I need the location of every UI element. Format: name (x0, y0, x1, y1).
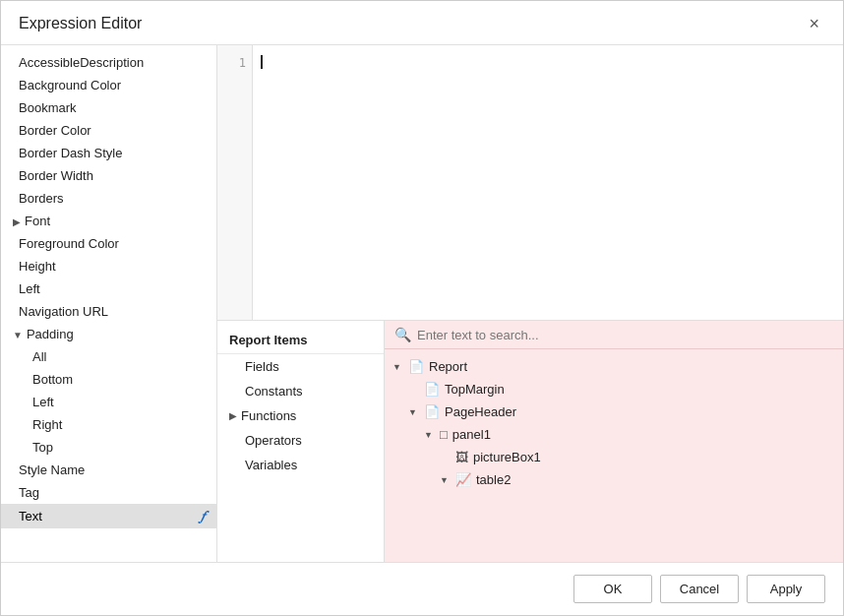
property-label-style-name: Style Name (19, 462, 85, 477)
main-area: 1 Report Items FieldsConstants▶ Function… (217, 45, 843, 562)
property-label-foreground-color: Foreground Color (19, 236, 119, 251)
tree-label-table2: table2 (476, 472, 511, 487)
search-input[interactable] (417, 328, 833, 342)
property-item-accessible-description[interactable]: AccessibleDescription (1, 51, 216, 74)
property-label-height: Height (19, 259, 56, 274)
report-items-header: Report Items (217, 327, 384, 354)
right-tree-panel: 🔍 ▼📄Report📄TopMargin▼📄PageHeader▼□panel1… (385, 321, 843, 562)
expand-arrow-functions: ▶ (229, 410, 237, 421)
tree-arrow-page-header: ▼ (408, 407, 420, 417)
property-label-tag: Tag (19, 485, 39, 500)
property-item-borders[interactable]: Borders (1, 187, 216, 210)
property-label-accessible-description: AccessibleDescription (19, 55, 144, 70)
tree-label-report: Report (429, 359, 467, 374)
property-label-border-color: Border Color (19, 123, 91, 138)
apply-button[interactable]: Apply (747, 575, 825, 603)
code-cursor (261, 55, 263, 69)
property-item-navigation-url[interactable]: Navigation URL (1, 300, 216, 323)
panel-item-operators[interactable]: Operators (217, 428, 384, 453)
property-item-font[interactable]: ▶ Font (1, 210, 216, 232)
property-label-background-color: Background Color (19, 78, 121, 92)
tree-arrow-panel1: ▼ (424, 430, 436, 440)
dialog-titlebar: Expression Editor × (1, 1, 843, 45)
line-1: 1 (217, 53, 252, 73)
expand-arrow-padding: ▼ (13, 330, 23, 340)
panel-item-constants[interactable]: Constants (217, 379, 384, 403)
dialog-title: Expression Editor (19, 15, 142, 32)
tree-icon-table2: 📈 (455, 472, 471, 487)
property-label-borders: Borders (19, 191, 64, 206)
tree-item-picture-box1[interactable]: 🖼pictureBox1 (385, 446, 843, 468)
search-icon: 🔍 (394, 327, 411, 342)
tree-label-picture-box1: pictureBox1 (473, 450, 541, 464)
panel-label-variables: Variables (245, 458, 297, 472)
tree-item-report[interactable]: ▼📄Report (385, 355, 843, 378)
property-item-padding-right[interactable]: Right (1, 413, 216, 436)
property-label-padding-top: Top (32, 440, 53, 455)
property-label-navigation-url: Navigation URL (19, 304, 108, 319)
property-label-padding-right: Right (32, 417, 62, 432)
property-label-font: Font (25, 214, 50, 228)
expression-editor-dialog: Expression Editor × AccessibleDescriptio… (0, 0, 844, 616)
property-item-border-color[interactable]: Border Color (1, 119, 216, 142)
property-item-text[interactable]: Text𝑓 (1, 504, 216, 528)
property-label-padding: Padding (27, 327, 74, 341)
tree-label-top-margin: TopMargin (445, 382, 505, 397)
ok-button[interactable]: OK (573, 575, 652, 603)
dialog-body: AccessibleDescriptionBackground ColorBoo… (1, 45, 843, 562)
property-item-style-name[interactable]: Style Name (1, 459, 216, 481)
property-label-border-dash-style: Border Dash Style (19, 146, 123, 160)
tree-item-page-header[interactable]: ▼📄PageHeader (385, 400, 843, 423)
tree-arrow-report: ▼ (392, 362, 404, 372)
property-list: AccessibleDescriptionBackground ColorBoo… (1, 45, 217, 562)
property-item-padding-left[interactable]: Left (1, 391, 216, 413)
property-label-padding-all: All (32, 349, 46, 364)
tree-icon-report: 📄 (408, 359, 424, 374)
property-label-bookmark: Bookmark (19, 100, 77, 115)
panel-item-variables[interactable]: Variables (217, 453, 384, 477)
tree-label-page-header: PageHeader (445, 404, 516, 419)
property-item-padding-all[interactable]: All (1, 345, 216, 368)
tree-item-top-margin[interactable]: 📄TopMargin (385, 378, 843, 400)
close-button[interactable]: × (803, 13, 825, 34)
tree-area: ▼📄Report📄TopMargin▼📄PageHeader▼□panel1🖼p… (385, 349, 843, 562)
code-input-area[interactable] (253, 45, 843, 320)
property-item-left[interactable]: Left (1, 277, 216, 300)
property-label-text: Text (19, 509, 42, 524)
tree-icon-page-header: 📄 (424, 404, 440, 419)
property-item-padding-top[interactable]: Top (1, 436, 216, 459)
property-item-height[interactable]: Height (1, 255, 216, 277)
property-item-foreground-color[interactable]: Foreground Color (1, 232, 216, 255)
panel-label-functions: Functions (241, 408, 296, 423)
tree-icon-top-margin: 📄 (424, 382, 440, 397)
property-item-bookmark[interactable]: Bookmark (1, 96, 216, 119)
property-item-background-color[interactable]: Background Color (1, 74, 216, 96)
dialog-footer: OK Cancel Apply (1, 562, 843, 615)
tree-arrow-table2: ▼ (440, 475, 452, 485)
property-label-border-width: Border Width (19, 168, 93, 183)
tree-item-table2[interactable]: ▼📈table2 (385, 468, 843, 491)
panel-label-operators: Operators (245, 433, 302, 448)
panel-item-fields[interactable]: Fields (217, 354, 384, 379)
cancel-button[interactable]: Cancel (660, 575, 739, 603)
property-item-padding-bottom[interactable]: Bottom (1, 368, 216, 391)
property-item-border-width[interactable]: Border Width (1, 164, 216, 187)
property-item-tag[interactable]: Tag (1, 481, 216, 504)
panel-label-fields: Fields (245, 359, 279, 374)
line-numbers: 1 (217, 45, 253, 320)
tree-item-panel1[interactable]: ▼□panel1 (385, 423, 843, 446)
tree-icon-panel1: □ (440, 427, 448, 442)
bottom-panels: Report Items FieldsConstants▶ FunctionsO… (217, 321, 843, 562)
property-label-padding-bottom: Bottom (32, 372, 73, 387)
left-bottom-panel: Report Items FieldsConstants▶ FunctionsO… (217, 321, 385, 562)
property-label-left: Left (19, 281, 40, 296)
code-editor[interactable]: 1 (217, 45, 843, 321)
panel-item-functions[interactable]: ▶ Functions (217, 403, 384, 428)
fx-icon-text: 𝑓 (201, 508, 205, 524)
tree-icon-picture-box1: 🖼 (455, 450, 468, 464)
search-bar: 🔍 (385, 321, 843, 349)
property-item-border-dash-style[interactable]: Border Dash Style (1, 142, 216, 164)
property-item-padding[interactable]: ▼ Padding (1, 323, 216, 345)
panel-label-constants: Constants (245, 384, 303, 399)
expand-arrow-font: ▶ (13, 216, 21, 227)
